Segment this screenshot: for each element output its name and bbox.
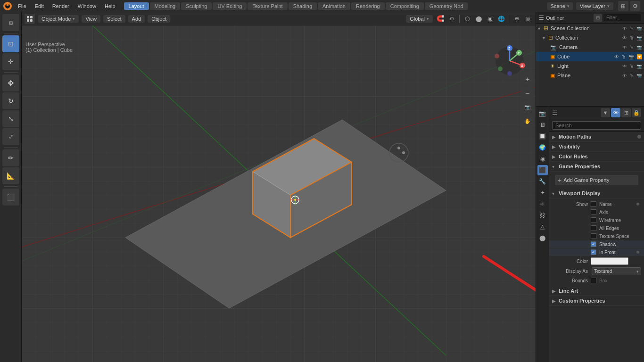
prop-object-icon[interactable]: ⬛ — [537, 165, 548, 175]
vp-menu-object[interactable]: Object — [148, 15, 170, 23]
object-mode-dropdown[interactable]: Object Mode ▾ — [38, 15, 79, 23]
prop-modifier-icon[interactable]: 🔧 — [537, 176, 548, 187]
scene-selector[interactable]: Scene ▾ — [547, 2, 573, 10]
viewport-canvas[interactable]: User Perspective (1) Collection | Cube Z… — [22, 25, 536, 362]
ws-tab-rendering[interactable]: Rendering — [351, 2, 385, 10]
checkbox-wireframe[interactable] — [591, 217, 596, 223]
ws-tab-uv-editing[interactable]: UV Editing — [213, 2, 247, 10]
prop-output-icon[interactable]: 🖥 — [537, 120, 548, 130]
menu-render[interactable]: Render — [49, 2, 73, 10]
options-icon[interactable]: ⚙ — [630, 1, 640, 11]
outliner-camera[interactable]: 📷 Camera 👁 🖱 📷 — [536, 42, 644, 52]
vp-menu-select[interactable]: Select — [103, 15, 125, 23]
outliner-collection[interactable]: ▾ ⊟ Collection 👁 🖱 📷 — [536, 33, 644, 42]
checkbox-all-edges[interactable] — [591, 225, 596, 231]
props-eye-icon[interactable]: 👁 — [611, 108, 620, 117]
add-game-property-button[interactable]: + Add Game Property — [555, 175, 638, 185]
outliner-filter-icon[interactable]: ⊟ — [594, 14, 602, 22]
editor-type-icon[interactable]: ⊞ — [618, 1, 628, 11]
snap-icon[interactable]: 🧲 — [436, 14, 445, 24]
tool-select-box[interactable]: ⊡ — [2, 35, 19, 52]
add-icon: + — [558, 176, 561, 184]
camera-view-button[interactable]: 📷 — [521, 101, 534, 113]
outliner-plane[interactable]: ▣ Plane 👁 🖱 📷 — [536, 71, 644, 80]
motion-paths-section-header[interactable]: ▶ Motion Paths — [549, 132, 644, 142]
editor-type-button[interactable] — [25, 14, 35, 24]
menu-help[interactable]: Help — [101, 2, 119, 10]
prop-physics-icon[interactable]: ⚛ — [537, 199, 548, 209]
viewport-display-section-header[interactable]: ▾ Viewport Display — [549, 189, 644, 198]
color-swatch[interactable] — [591, 257, 628, 265]
vp-menu-add[interactable]: Add — [128, 15, 145, 23]
view-layer-selector[interactable]: View Layer ▾ — [576, 2, 613, 10]
overlay-icon[interactable]: ⊕ — [512, 14, 521, 24]
rendered-shading[interactable]: 🌐 — [496, 14, 506, 24]
ws-tab-texture-paint[interactable]: Texture Paint — [248, 2, 287, 10]
checkbox-shadow[interactable] — [591, 241, 596, 247]
ws-tab-geo-nodes[interactable]: Geometry Nod — [425, 2, 468, 10]
menu-file[interactable]: File — [14, 2, 30, 10]
line-art-section-header[interactable]: ▶ Line Art — [549, 286, 644, 296]
prop-view-layer-icon[interactable]: 🔲 — [537, 131, 548, 141]
prop-material-icon[interactable]: ⬤ — [537, 233, 548, 243]
prop-render-icon[interactable]: 📷 — [537, 108, 548, 119]
props-filter-icon[interactable]: ▼ — [601, 108, 610, 117]
prop-scene-icon[interactable]: 🌍 — [537, 142, 548, 153]
tool-cursor[interactable]: ✛ — [2, 53, 19, 70]
motion-paths-title: Motion Paths — [559, 134, 591, 140]
tool-annotate[interactable]: ✏ — [2, 149, 19, 166]
props-display-icon[interactable]: ⊞ — [621, 108, 631, 117]
menu-window[interactable]: Window — [74, 2, 100, 10]
color-rules-section-header[interactable]: ▶ Color Rules — [549, 152, 644, 162]
prop-data-icon[interactable]: △ — [537, 222, 548, 232]
prop-world-icon[interactable]: ◉ — [537, 154, 548, 164]
prop-constraints-icon[interactable]: ⛓ — [537, 210, 548, 221]
ws-tab-compositing[interactable]: Compositing — [386, 2, 424, 10]
ws-tab-shading[interactable]: Shading — [289, 2, 317, 10]
pan-view-button[interactable]: ✋ — [521, 115, 534, 127]
checkbox-bounds[interactable] — [591, 278, 596, 283]
ws-tab-animation[interactable]: Animation — [318, 2, 350, 10]
bounds-label: Bounds — [552, 278, 590, 283]
outliner-cube[interactable]: ▣ Cube 👁 🖱 📷 🔽 — [536, 52, 644, 61]
tool-add-primitive[interactable]: ⬛ — [2, 189, 19, 206]
display-as-dropdown[interactable]: Textured ▾ — [592, 267, 641, 275]
outliner-light[interactable]: ☀ Light 👁 🖱 📷 — [536, 61, 644, 71]
ws-tab-layout[interactable]: Layout — [124, 2, 149, 10]
tool-measure[interactable]: 📐 — [2, 167, 19, 184]
visibility-section-header[interactable]: ▶ Visibility — [549, 142, 644, 152]
props-search-input[interactable] — [552, 121, 641, 130]
svg-rect-4 — [30, 16, 33, 18]
game-properties-section-header[interactable]: ▾ Game Properties — [549, 162, 644, 172]
tool-transform[interactable]: ⤢ — [2, 128, 19, 145]
top-menu-bar: File Edit Render Window Help Layout Mode… — [0, 0, 644, 12]
prop-particles-icon[interactable]: ✦ — [537, 188, 548, 198]
ws-tab-modeling[interactable]: Modeling — [150, 2, 181, 10]
props-lock-icon[interactable]: 🔒 — [632, 108, 641, 117]
outliner-scene-collection[interactable]: ▾ ⊞ Scene Collection 👁 🖱 📷 — [536, 24, 644, 33]
collection-label: Collection — [555, 35, 578, 41]
checkbox-name[interactable] — [591, 201, 596, 207]
proportional-edit-icon[interactable]: ⊙ — [447, 14, 456, 24]
material-shading[interactable]: ◉ — [485, 14, 495, 24]
wireframe-shading[interactable]: ⬡ — [462, 14, 472, 24]
ws-tab-sculpting[interactable]: Sculpting — [181, 2, 212, 10]
transform-orientation[interactable]: Global ▾ — [406, 15, 433, 23]
gizmo-icon[interactable]: ◎ — [523, 14, 533, 24]
tool-scale[interactable]: ⤡ — [2, 110, 19, 127]
viewport-svg — [22, 25, 536, 362]
custom-properties-section-header[interactable]: ▶ Custom Properties — [549, 296, 644, 306]
checkbox-in-front[interactable] — [591, 249, 596, 255]
outliner-search-input[interactable] — [603, 14, 641, 21]
tool-move[interactable]: ✥ — [2, 74, 19, 91]
menu-edit[interactable]: Edit — [31, 2, 48, 10]
zoom-out-button[interactable]: − — [521, 87, 534, 99]
solid-shading[interactable]: ⬤ — [474, 14, 483, 24]
checkbox-texture-space[interactable] — [591, 233, 596, 239]
zoom-in-button[interactable]: + — [521, 73, 534, 85]
tool-rotate[interactable]: ↻ — [2, 92, 19, 109]
tool-area-header[interactable]: ⊞ — [2, 14, 19, 31]
vp-menu-view[interactable]: View — [82, 15, 100, 23]
checkbox-axis[interactable] — [591, 209, 596, 215]
blender-logo[interactable] — [2, 0, 13, 12]
